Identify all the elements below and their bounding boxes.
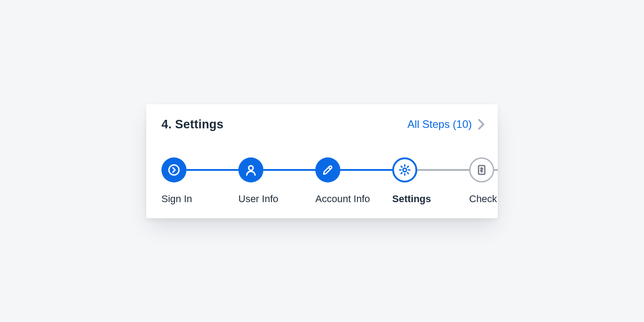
edit-icon — [322, 164, 334, 176]
svg-point-2 — [403, 168, 407, 172]
connector — [494, 169, 498, 171]
step-label: Sign In — [161, 193, 238, 205]
step-node-check[interactable] — [469, 157, 494, 182]
all-steps-label: All Steps (10) — [407, 118, 472, 131]
step-sign-in: Sign In — [161, 157, 238, 205]
connector — [263, 169, 316, 171]
stepper-header: 4. Settings All Steps (10) — [161, 118, 498, 131]
step-node-settings[interactable] — [392, 157, 417, 182]
svg-point-0 — [169, 165, 179, 175]
step-settings: Settings — [392, 157, 469, 205]
step-node-user-info[interactable] — [238, 157, 263, 182]
step-account-info: Account Info — [315, 157, 392, 205]
step-label: Account Info — [315, 193, 392, 205]
step-label: User Info — [238, 193, 315, 205]
step-node-account-info[interactable] — [315, 157, 340, 182]
stepper-title: 4. Settings — [161, 118, 224, 131]
chevron-right-icon — [477, 118, 485, 131]
gear-icon — [398, 163, 411, 177]
connector — [417, 169, 470, 171]
user-icon — [244, 163, 258, 177]
step-label: Settings — [392, 193, 469, 205]
connector — [340, 169, 393, 171]
step-check: Check — [469, 157, 498, 205]
connector — [186, 169, 239, 171]
login-icon — [167, 163, 181, 177]
stepper-card: 4. Settings All Steps (10) — [146, 104, 498, 218]
svg-point-1 — [249, 165, 253, 170]
receipt-icon — [475, 164, 488, 176]
step-user-info: User Info — [238, 157, 315, 205]
step-node-sign-in[interactable] — [161, 157, 186, 182]
all-steps-link[interactable]: All Steps (10) — [407, 118, 485, 131]
stepper-track: Sign In User Info — [161, 157, 498, 205]
step-label: Check — [469, 193, 498, 205]
